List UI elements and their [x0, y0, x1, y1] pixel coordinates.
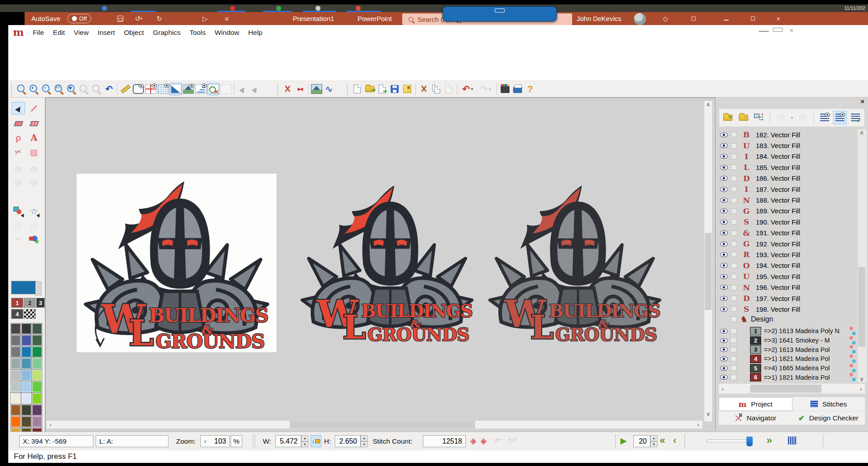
object-checkbox[interactable]	[731, 230, 737, 236]
menu-item[interactable]: File	[28, 29, 48, 37]
palette-color[interactable]	[21, 358, 31, 369]
toolbar-grip[interactable]	[11, 83, 14, 95]
panel-hscroll-thumb[interactable]	[750, 385, 822, 393]
toolbar-grip[interactable]	[277, 83, 280, 95]
visibility-eye-icon[interactable]	[720, 220, 728, 225]
object-checkbox[interactable]	[731, 154, 737, 159]
object-row[interactable]: S 190. Vector Fill	[717, 216, 856, 227]
scroll-up-icon[interactable]: ∧	[858, 129, 866, 136]
object-label[interactable]: 198. Vector Fill	[756, 305, 800, 313]
object-label[interactable]: 192. Vector Fill	[756, 240, 800, 248]
zoom-field[interactable]: ∨	[200, 435, 230, 447]
thread-color-chip[interactable]: 3	[750, 345, 761, 354]
user-name[interactable]: John DeKevics	[577, 12, 621, 25]
object-checkbox[interactable]	[731, 306, 737, 312]
menu-item[interactable]: Graphics	[148, 29, 185, 37]
object-label[interactable]: 188. Vector Fill	[756, 196, 800, 204]
thread-label[interactable]: =>1) 1821 Madeira Pol	[764, 374, 830, 381]
zoom-dropdown-icon[interactable]: ∨	[204, 439, 207, 444]
object-checkbox[interactable]	[731, 219, 737, 225]
flip-horizontal-icon[interactable]: ◆	[470, 436, 476, 446]
lattice-tool[interactable]: ▨	[27, 146, 41, 158]
scroll-right-icon[interactable]: ›	[857, 386, 865, 392]
color-block-row[interactable]: 4 =>1) 1821 Madeira Pol	[717, 354, 856, 364]
zoom-in-icon[interactable]: +	[28, 83, 40, 95]
save-file-icon[interactable]	[388, 83, 401, 95]
help-icon[interactable]: ?	[524, 83, 536, 95]
contour-view-icon[interactable]	[194, 83, 207, 95]
step-back-icon[interactable]: ‹	[673, 435, 676, 446]
visibility-eye-icon[interactable]	[720, 375, 728, 380]
visibility-eye-icon[interactable]	[720, 198, 728, 203]
palette-color[interactable]	[11, 393, 21, 404]
object-row[interactable]: U 183. Vector Fill	[717, 140, 856, 151]
color-block-row[interactable]: 3 =>2) 1613 Madeira Pol	[717, 345, 856, 354]
object-checkbox[interactable]	[731, 296, 737, 301]
object-checkbox[interactable]	[731, 274, 737, 279]
thread-color-chip[interactable]: 5	[750, 364, 761, 373]
visibility-eye-icon[interactable]	[720, 241, 728, 246]
palette-color[interactable]	[21, 347, 31, 357]
scroll-right-icon[interactable]: ›	[694, 421, 702, 428]
palette-color[interactable]	[11, 347, 21, 357]
zoom-actual-icon[interactable]: 1:1	[53, 83, 65, 95]
expand-all-icon[interactable]	[721, 111, 735, 124]
menu-item[interactable]: View	[69, 29, 93, 37]
scroll-down-icon[interactable]: ∨	[858, 376, 866, 382]
visibility-eye-icon[interactable]	[720, 208, 728, 213]
star-shape-tool[interactable]: ☆▶	[27, 205, 41, 217]
print-icon[interactable]	[511, 83, 524, 95]
undo-icon[interactable]: ↺	[135, 15, 141, 23]
node-edit-filter-icon[interactable]	[207, 83, 219, 95]
play-stitchout-icon[interactable]: ▶	[620, 436, 627, 446]
jump-end-icon[interactable]: »	[767, 435, 772, 446]
object-checkbox[interactable]	[731, 143, 737, 148]
block-checkbox[interactable]	[730, 338, 737, 343]
panel-vertical-scrollbar[interactable]: ∧ ∨	[858, 129, 867, 382]
stitch-player-icon[interactable]: ∿	[323, 83, 335, 95]
scanned-artwork-card[interactable]	[76, 174, 277, 352]
block-checkbox[interactable]	[730, 365, 737, 371]
palette-color[interactable]	[32, 381, 42, 392]
object-label[interactable]: 195. Vector Fill	[756, 273, 800, 280]
menu-item[interactable]: Edit	[48, 29, 69, 37]
taskbar-app-icon[interactable]	[356, 6, 361, 11]
object-label[interactable]: 194. Vector Fill	[756, 262, 800, 269]
color-chip-4[interactable]: 4	[11, 309, 23, 319]
center-design-icon[interactable]: ▶◀	[294, 83, 306, 95]
hoop-visibility-icon[interactable]	[132, 83, 144, 95]
object-row[interactable]: R 193. Vector Fill	[717, 249, 856, 260]
visibility-eye-icon[interactable]	[720, 338, 728, 343]
color-chip-2[interactable]: 2	[24, 298, 36, 308]
visibility-eye-icon[interactable]	[720, 187, 728, 192]
color-chip-1[interactable]: 1	[11, 298, 23, 308]
visibility-eye-icon[interactable]	[720, 132, 728, 137]
grid-visibility-icon[interactable]	[157, 83, 169, 95]
ribbon-overflow-icon[interactable]: ≡	[225, 15, 229, 22]
height-input[interactable]	[338, 437, 357, 445]
palette-color[interactable]	[21, 405, 31, 415]
open-file-icon[interactable]: ➜	[363, 83, 376, 95]
trim-icon[interactable]	[281, 83, 294, 95]
app-close-icon[interactable]: ×	[787, 26, 796, 34]
app-minimize-icon[interactable]	[759, 26, 769, 34]
collapse-all-icon[interactable]	[737, 111, 750, 124]
thread-label[interactable]: =>3) 1641 Smokey - M	[764, 337, 830, 344]
speed-stepper[interactable]: ▲▼	[650, 435, 657, 447]
color-chip-transparent[interactable]	[24, 309, 36, 319]
slideshow-icon[interactable]: ▷	[202, 15, 208, 23]
tab-navigator[interactable]: N Navigator	[719, 411, 792, 425]
thread-label[interactable]: =>2) 1613 Madeira Pol	[764, 346, 830, 353]
palette-color[interactable]	[21, 323, 31, 334]
object-row[interactable]: I 187. Vector Fill	[717, 184, 856, 195]
object-row[interactable]: D 186. Vector Fill	[717, 173, 856, 184]
visibility-eye-icon[interactable]	[720, 143, 728, 148]
object-checkbox[interactable]	[731, 165, 737, 170]
cut-shape-tool[interactable]: ✂	[12, 146, 25, 158]
visibility-eye-icon[interactable]	[720, 296, 728, 301]
insert-file-icon[interactable]: ➜	[376, 83, 388, 95]
object-row[interactable]: L 185. Vector Fill	[717, 162, 856, 173]
color-block-row[interactable]: 5 =>4) 1665 Madeira Pol	[717, 364, 856, 373]
vertical-scroll-thumb[interactable]	[705, 233, 712, 310]
palette-color[interactable]	[32, 416, 42, 427]
